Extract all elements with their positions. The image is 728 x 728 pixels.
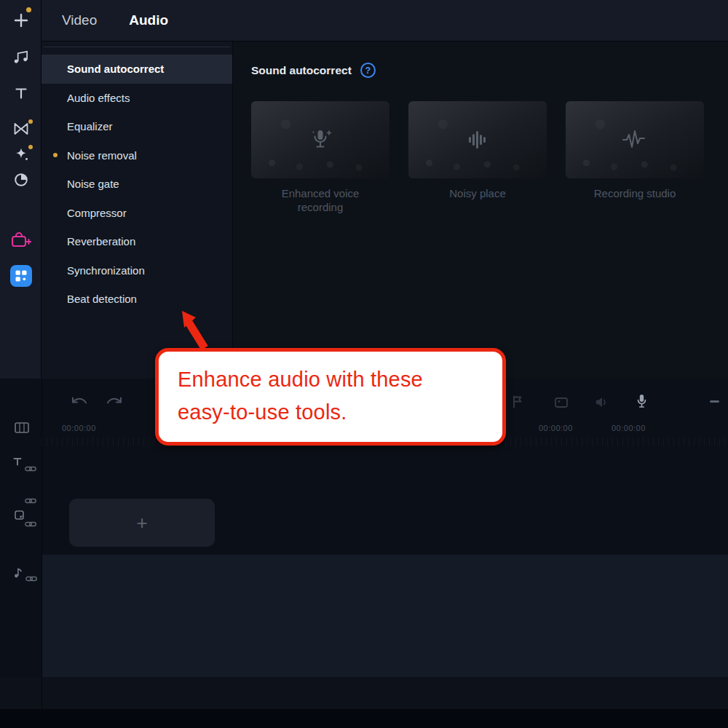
apps-tile [10,265,32,287]
plus-icon: + [136,512,147,534]
link-icon [25,521,36,527]
tab-video[interactable]: Video [62,12,97,28]
waveform-icon [622,128,648,151]
undo-button[interactable] [70,395,89,408]
link-icon [25,466,36,472]
ruler-timestamp: 00:00:00 [612,424,646,432]
tooltip-text-line1: Enhance audio with these [178,363,483,396]
video-editor-window: Video Audio Sound autocorrect Audio effe… [0,0,728,728]
menu-item-label: Compressor [67,207,127,219]
preset-label: Recording studio [575,186,695,200]
callout-arrow-icon [175,306,212,352]
plus-icon [13,12,29,28]
transitions-button[interactable] [0,121,41,137]
microphone-icon [636,394,647,408]
link-icon [25,576,37,582]
preset-card-enhanced-voice[interactable]: Enhanced voice recording [251,101,389,214]
menu-item-synchronization[interactable]: Synchronization [41,256,232,285]
music-note-icon [14,567,23,578]
preset-cards: Enhanced voice recording Noisy place R [251,101,704,214]
sparkle-icon [13,146,29,162]
filmstrip-icon [15,422,29,433]
add-clip-placeholder[interactable]: + [69,499,215,547]
menu-item-audio-effects[interactable]: Audio effects [41,84,232,113]
notification-dot [53,153,58,157]
transitions-icon [12,121,30,137]
collapse-timeline-button[interactable] [710,400,719,403]
sticker-track-link[interactable] [25,498,36,504]
notification-dot [28,119,33,124]
audio-properties-button[interactable] [595,397,608,408]
apps-grid-icon [15,270,27,282]
menu-item-label: Equalizer [67,120,113,132]
menu-item-noise-gate[interactable]: Noise gate [41,170,232,199]
status-bar [0,709,728,728]
sticker-track-link2[interactable] [25,521,36,527]
record-voiceover-button[interactable] [636,394,647,408]
menu-item-noise-removal[interactable]: Noise removal [41,141,232,170]
video-track-lane[interactable] [41,555,728,677]
title-track-link[interactable] [25,466,36,472]
effects-store-button[interactable] [0,232,41,249]
music-note-icon [12,49,29,65]
titles-icon [13,457,22,466]
title-track-header[interactable] [13,457,22,466]
preset-card-noisy-place[interactable]: Noisy place [408,101,547,214]
speaker-icon [595,397,608,408]
audio-tools-list: Sound autocorrect Audio effects Equalize… [41,41,232,314]
undo-icon [70,395,89,408]
preset-thumbnail [251,101,389,178]
audio-track-lane[interactable] [0,677,728,709]
help-icon[interactable]: ? [360,63,376,78]
equalizer-bars-icon [464,127,491,153]
titles-icon [14,86,28,100]
preset-thumbnail [566,101,704,178]
audio-track-header[interactable] [14,567,23,578]
preset-thumbnail [408,101,547,178]
link-icon [25,498,36,504]
flag-icon [512,395,523,408]
track-header-divider [41,379,42,709]
video-track-header[interactable] [15,422,29,433]
effects-button[interactable] [0,146,41,163]
menu-item-label: Noise removal [67,149,137,162]
marker-button[interactable] [512,395,523,408]
menu-item-label: Noise gate [67,178,119,190]
ruler-timestamp: 00:00:00 [539,424,573,432]
menu-item-compressor[interactable]: Compressor [41,199,232,228]
minus-icon [710,400,719,403]
redo-button[interactable] [105,395,124,408]
import-media-button[interactable] [0,12,41,29]
notification-dot [26,7,31,12]
stickers-button[interactable] [0,171,41,189]
menu-item-label: Reverberation [67,235,135,248]
menu-item-reverberation[interactable]: Reverberation [41,227,232,256]
tab-audio[interactable]: Audio [129,12,168,28]
panel-header: Sound autocorrect ? [251,63,376,78]
preset-label: Noisy place [418,186,537,200]
microphone-icon [307,127,333,153]
onboarding-tooltip: Enhance audio with these easy-to-use too… [155,348,506,446]
audio-track-link[interactable] [25,576,37,582]
tooltip-text-line2: easy-to-use tools. [178,396,483,429]
titles-button[interactable] [0,84,41,102]
more-tools-button[interactable] [0,265,41,287]
menu-item-sound-autocorrect[interactable]: Sound autocorrect [41,55,232,84]
menu-item-label: Beat detection [67,293,137,305]
store-briefcase-icon [11,232,31,249]
sticker-track-header[interactable] [15,510,24,520]
ruler-timestamp: 00:00:00 [62,424,96,432]
audio-library-button[interactable] [0,48,41,66]
notification-dot [28,145,33,149]
menu-item-label: Synchronization [67,264,145,277]
sticker-icon [15,510,24,520]
stickers-icon [13,172,29,188]
mode-tabbar: Video Audio [41,0,728,41]
menu-item-label: Sound autocorrect [67,63,164,75]
snapshot-button[interactable] [555,397,568,408]
menu-item-equalizer[interactable]: Equalizer [41,112,232,141]
menu-item-label: Audio effects [67,92,130,104]
preset-card-recording-studio[interactable]: Recording studio [566,101,704,214]
preset-label: Enhanced voice recording [261,186,380,214]
redo-icon [105,395,124,408]
